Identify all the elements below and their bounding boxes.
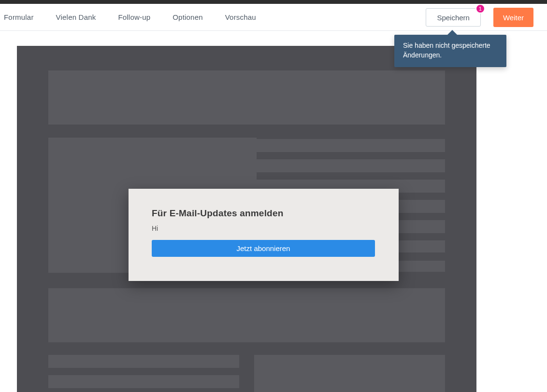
preview-canvas[interactable]: Für E-Mail-Updates anmelden Hi Jetzt abo… — [17, 46, 476, 392]
save-button-wrap: Speichern 1 — [426, 8, 481, 27]
tab-vorschau[interactable]: Vorschau — [225, 13, 256, 21]
placeholder-block — [48, 375, 239, 388]
placeholder-block — [390, 288, 445, 342]
top-dark-strip — [0, 0, 547, 4]
subscribe-button[interactable]: Jetzt abonnieren — [152, 240, 375, 257]
editor-tabs: Formular Vielen Dank Follow-up Optionen … — [0, 13, 256, 21]
tooltip-text: Sie haben nicht gespeicherte Änderungen. — [403, 42, 490, 59]
save-button[interactable]: Speichern — [426, 8, 481, 27]
tab-followup[interactable]: Follow-up — [118, 13, 150, 21]
tab-optionen[interactable]: Optionen — [173, 13, 202, 21]
placeholder-block — [48, 355, 239, 368]
editor-toolbar: Formular Vielen Dank Follow-up Optionen … — [0, 4, 547, 31]
form-title: Für E-Mail-Updates anmelden — [152, 208, 375, 219]
placeholder-block — [254, 355, 445, 392]
placeholder-block — [48, 70, 445, 125]
tab-vielen-dank[interactable]: Vielen Dank — [56, 13, 96, 21]
unsaved-changes-badge: 1 — [475, 4, 485, 14]
placeholder-block — [48, 288, 396, 342]
placeholder-block — [254, 139, 445, 152]
form-greeting: Hi — [152, 224, 375, 232]
tab-formular[interactable]: Formular — [4, 13, 34, 21]
canvas-area: Für E-Mail-Updates anmelden Hi Jetzt abo… — [0, 31, 547, 392]
email-signup-form[interactable]: Für E-Mail-Updates anmelden Hi Jetzt abo… — [129, 189, 399, 281]
unsaved-changes-tooltip: Sie haben nicht gespeicherte Änderungen. — [394, 35, 506, 67]
placeholder-block — [254, 159, 445, 172]
next-button[interactable]: Weiter — [493, 8, 533, 27]
toolbar-actions: Speichern 1 Weiter — [426, 4, 533, 31]
